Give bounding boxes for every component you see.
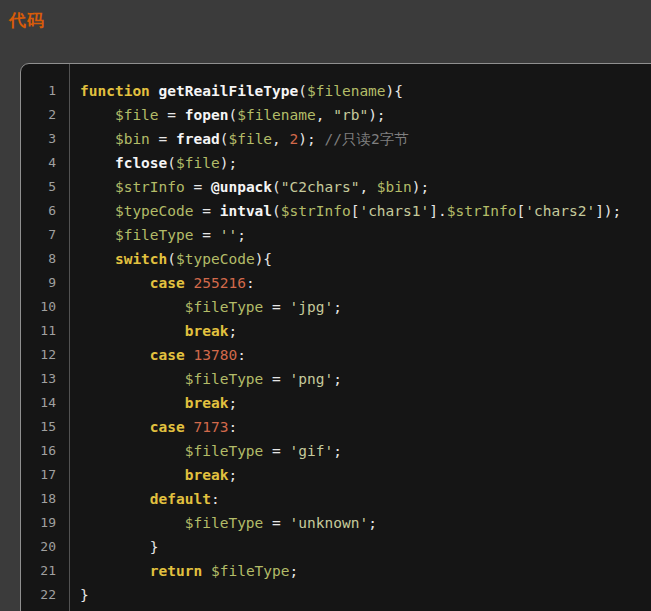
code-text: break; xyxy=(69,391,237,415)
code-section-title: 代码 xyxy=(9,11,45,30)
code-text: $fileType = ''; xyxy=(69,223,246,247)
code-text: } xyxy=(69,583,89,607)
code-line: 8 switch($typeCode){ xyxy=(21,247,651,271)
code-text: } xyxy=(69,535,159,559)
code-line: 17 break; xyxy=(21,463,651,487)
code-text: break; xyxy=(69,463,237,487)
line-number: 4 xyxy=(21,151,69,175)
line-number: 19 xyxy=(21,511,69,535)
code-line: 5 $strInfo = @unpack("C2chars", $bin); xyxy=(21,175,651,199)
code-line: 19 $fileType = 'unknown'; xyxy=(21,511,651,535)
code-line: 3 $bin = fread($file, 2); //只读2字节 xyxy=(21,127,651,151)
code-line: 18 default: xyxy=(21,487,651,511)
line-number: 3 xyxy=(21,127,69,151)
line-number: 6 xyxy=(21,199,69,223)
line-number: 11 xyxy=(21,319,69,343)
code-text: case 7173: xyxy=(69,415,237,439)
code-line: 2 $file = fopen($filename, "rb"); xyxy=(21,103,651,127)
code-text: $fileType = 'png'; xyxy=(69,367,342,391)
code-line: 4 fclose($file); xyxy=(21,151,651,175)
code-text: $fileType = 'jpg'; xyxy=(69,295,342,319)
line-number: 8 xyxy=(21,247,69,271)
line-number: 16 xyxy=(21,439,69,463)
line-number: 9 xyxy=(21,271,69,295)
line-number: 5 xyxy=(21,175,69,199)
code-text: default: xyxy=(69,487,220,511)
line-number: 22 xyxy=(21,583,69,607)
code-line: 22} xyxy=(21,583,651,607)
code-line: 20 } xyxy=(21,535,651,559)
code-text: $typeCode = intval($strInfo['chars1'].$s… xyxy=(69,199,621,223)
code-text: break; xyxy=(69,319,237,343)
code-text: return $fileType; xyxy=(69,559,298,583)
line-number: 13 xyxy=(21,367,69,391)
code-block: 1function getReailFileType($filename){2 … xyxy=(20,63,651,611)
code-line: 10 $fileType = 'jpg'; xyxy=(21,295,651,319)
code-line: 1function getReailFileType($filename){ xyxy=(21,79,651,103)
line-number: 2 xyxy=(21,103,69,127)
code-line: 14 break; xyxy=(21,391,651,415)
code-line: 16 $fileType = 'gif'; xyxy=(21,439,651,463)
code-line: 15 case 7173: xyxy=(21,415,651,439)
code-text: $bin = fread($file, 2); //只读2字节 xyxy=(69,127,409,151)
code-text: $strInfo = @unpack("C2chars", $bin); xyxy=(69,175,429,199)
code-line: 9 case 255216: xyxy=(21,271,651,295)
line-number: 7 xyxy=(21,223,69,247)
line-number: 18 xyxy=(21,487,69,511)
code-line: 6 $typeCode = intval($strInfo['chars1'].… xyxy=(21,199,651,223)
line-number: 15 xyxy=(21,415,69,439)
code-line: 11 break; xyxy=(21,319,651,343)
code-lines: 1function getReailFileType($filename){2 … xyxy=(21,79,651,607)
code-text: fclose($file); xyxy=(69,151,237,175)
line-number: 21 xyxy=(21,559,69,583)
line-number: 17 xyxy=(21,463,69,487)
code-text: case 13780: xyxy=(69,343,246,367)
code-text: case 255216: xyxy=(69,271,255,295)
line-number: 20 xyxy=(21,535,69,559)
code-line: 12 case 13780: xyxy=(21,343,651,367)
code-text: function getReailFileType($filename){ xyxy=(69,79,403,103)
code-section-header: 代码 xyxy=(9,9,45,32)
page: 代码 1function getReailFileType($filename)… xyxy=(0,0,651,611)
line-number: 14 xyxy=(21,391,69,415)
code-text: $fileType = 'gif'; xyxy=(69,439,342,463)
code-line: 21 return $fileType; xyxy=(21,559,651,583)
code-text: switch($typeCode){ xyxy=(69,247,272,271)
line-number: 12 xyxy=(21,343,69,367)
code-text: $file = fopen($filename, "rb"); xyxy=(69,103,386,127)
line-number: 1 xyxy=(21,79,69,103)
code-line: 13 $fileType = 'png'; xyxy=(21,367,651,391)
code-text: $fileType = 'unknown'; xyxy=(69,511,377,535)
code-line: 7 $fileType = ''; xyxy=(21,223,651,247)
line-number: 10 xyxy=(21,295,69,319)
